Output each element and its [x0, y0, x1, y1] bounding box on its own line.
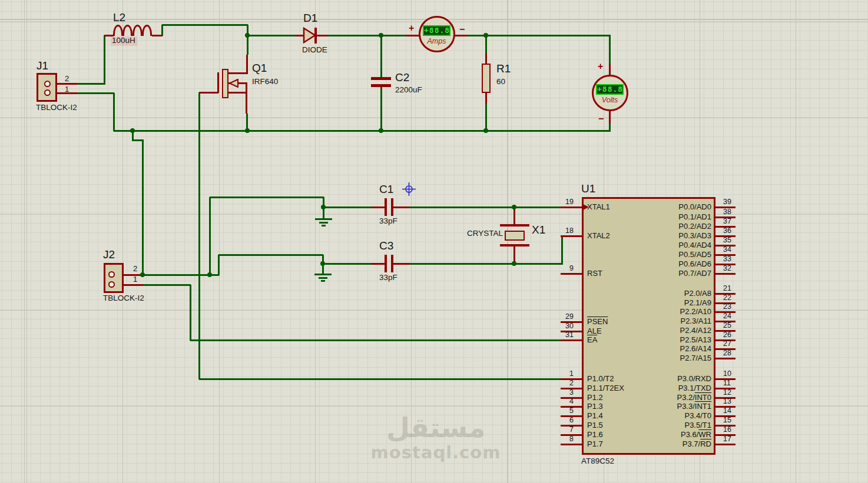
wire-segment[interactable]: [609, 64, 611, 75]
u1-pin-18-stub[interactable]: [561, 235, 582, 237]
wire-segment[interactable]: [380, 35, 382, 78]
wire-segment[interactable]: [190, 285, 191, 341]
wire-segment[interactable]: [455, 35, 468, 36]
wire-segment[interactable]: [247, 35, 296, 36]
c1-plate-right[interactable]: [391, 198, 393, 216]
wire-segment[interactable]: [77, 83, 105, 85]
voltmeter[interactable]: +88.8 Volts: [592, 75, 628, 111]
u1-pin-3-number: 3: [549, 388, 574, 397]
c3-plate-left[interactable]: [385, 255, 387, 272]
u1-pin-32-stub[interactable]: [715, 273, 736, 275]
wire-segment[interactable]: [199, 378, 562, 380]
wire-segment[interactable]: [246, 83, 247, 114]
wire-segment[interactable]: [210, 196, 324, 198]
wire-segment[interactable]: [209, 197, 211, 275]
wire-segment[interactable]: [609, 111, 611, 124]
u1-pin-24-name: P2.3/A11: [612, 317, 711, 325]
u1-pin-21-name: P2.0/A8: [612, 289, 711, 298]
wire-segment[interactable]: [485, 92, 487, 104]
wire-segment[interactable]: [323, 263, 371, 265]
wire-segment[interactable]: [406, 35, 419, 36]
j2-connector-body[interactable]: [104, 263, 124, 293]
wire-segment[interactable]: [328, 35, 406, 36]
wire-segment[interactable]: [561, 236, 563, 265]
u1-pin-12-name: P3.2/INT0: [612, 393, 711, 402]
wire-segment[interactable]: [321, 280, 325, 282]
wire-segment[interactable]: [144, 284, 191, 286]
u1-pin-28-stub[interactable]: [715, 358, 736, 359]
u1-pin-30-number: 30: [549, 322, 574, 330]
wire-segment[interactable]: [217, 72, 219, 93]
wire-segment[interactable]: [468, 35, 611, 36]
origin-marker-icon: [402, 182, 416, 196]
u1-pin-12-number: 12: [723, 388, 731, 397]
wire-segment[interactable]: [371, 263, 385, 265]
j2-pin1-pad[interactable]: [108, 281, 115, 288]
wire-segment[interactable]: [319, 277, 327, 279]
wire-segment[interactable]: [198, 92, 200, 379]
wire-segment[interactable]: [485, 104, 487, 131]
wire-segment[interactable]: [380, 86, 382, 131]
u1-pin-8-name: P1.7: [587, 439, 603, 448]
d1-ref: D1: [303, 12, 317, 25]
wire-segment[interactable]: [371, 206, 385, 208]
wire-segment[interactable]: [322, 225, 326, 226]
schematic-canvas[interactable]: J1 TBLOCK-I2 2 1 L2 100uH D1 DIODE Q1 IR…: [0, 0, 868, 483]
j1-connector-body[interactable]: [37, 73, 57, 102]
x1-crystal-body[interactable]: [505, 231, 525, 241]
u1-pin-11-name: P3.1/TXD: [612, 384, 711, 392]
j2-pin2-pad[interactable]: [108, 271, 115, 278]
u1-pin-8-stub[interactable]: [561, 444, 582, 445]
u1-pin-31-name: EA: [587, 335, 597, 344]
wire-segment[interactable]: [410, 206, 562, 208]
j1-pin1-pad[interactable]: [44, 89, 51, 96]
wire-segment[interactable]: [228, 72, 248, 74]
wire-segment[interactable]: [218, 255, 220, 275]
wire-segment[interactable]: [513, 208, 515, 225]
u1-pin-31-stub[interactable]: [561, 339, 582, 341]
wire-segment[interactable]: [609, 35, 611, 64]
wire-segment[interactable]: [315, 218, 332, 220]
wire-segment[interactable]: [323, 206, 371, 208]
u1-pin-38-number: 38: [723, 208, 731, 216]
u1-ref: U1: [581, 183, 595, 195]
voltmeter-display: +88.8: [596, 84, 624, 95]
ammeter[interactable]: +88.8 Amps: [419, 16, 455, 52]
wire-segment[interactable]: [113, 93, 115, 131]
wire-segment[interactable]: [114, 130, 611, 132]
wire-segment[interactable]: [190, 339, 562, 341]
wire-segment[interactable]: [314, 274, 332, 275]
u1-pin-9-stub[interactable]: [561, 273, 582, 275]
wire-segment[interactable]: [393, 206, 410, 208]
wire-segment[interactable]: [77, 92, 114, 94]
junction-dot: [245, 33, 250, 38]
j1-pin2-pad[interactable]: [44, 81, 51, 87]
u1-pin-13-number: 13: [723, 397, 731, 405]
r1-resistor-body[interactable]: [482, 64, 491, 93]
c2-plate-bottom[interactable]: [371, 84, 391, 87]
wire-segment[interactable]: [104, 35, 105, 85]
wire-segment[interactable]: [228, 92, 247, 94]
wire-segment[interactable]: [319, 222, 328, 224]
wire-segment[interactable]: [485, 54, 487, 64]
wire-segment[interactable]: [199, 92, 218, 94]
wire-segment[interactable]: [161, 25, 163, 36]
wire-segment[interactable]: [485, 35, 487, 54]
wire-segment[interactable]: [142, 140, 144, 275]
u1-pin-14-name: P3.4/T0: [612, 411, 711, 420]
wire-segment[interactable]: [246, 55, 248, 74]
q1-mosfet-channel[interactable]: [222, 69, 228, 98]
c2-plate-top[interactable]: [371, 77, 391, 80]
wire-segment[interactable]: [316, 35, 328, 36]
u1-pin-17-stub[interactable]: [715, 444, 736, 445]
d1-value: DIODE: [302, 46, 327, 55]
l2-coil-arc: [132, 25, 143, 36]
u1-pin-19-stub[interactable]: [561, 206, 582, 208]
c1-plate-left[interactable]: [385, 198, 387, 216]
wire-segment[interactable]: [410, 263, 562, 265]
wire-segment[interactable]: [393, 263, 410, 265]
wire-segment[interactable]: [162, 24, 248, 26]
wire-segment[interactable]: [247, 35, 249, 55]
wire-segment[interactable]: [218, 254, 323, 256]
c3-plate-right[interactable]: [391, 255, 393, 272]
